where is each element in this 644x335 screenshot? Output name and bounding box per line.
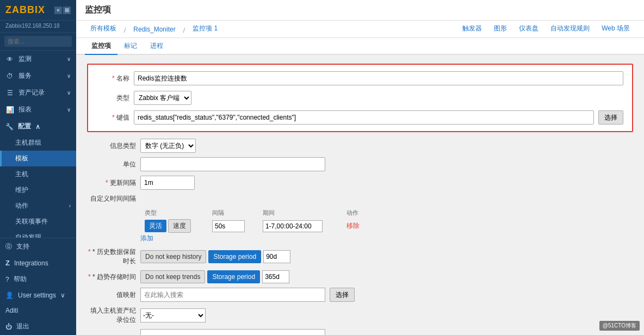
form-select-type[interactable]: Zabbix 客户端 <box>134 91 191 105</box>
time-add-btn[interactable]: 添加 <box>140 234 153 243</box>
tab-auto-discover[interactable]: 自动发现规则 <box>545 21 595 38</box>
sidebar-sub-maintain[interactable]: 维护 <box>0 182 76 198</box>
integrations-icon: Z <box>5 259 10 267</box>
valuemap-select-btn[interactable]: 选择 <box>330 288 355 302</box>
sidebar-item-monitor[interactable]: 👁 监测 ∨ <box>0 51 76 67</box>
tab-web[interactable]: Web 场景 <box>596 21 635 38</box>
chevron-service-icon: ∨ <box>67 73 71 79</box>
btn-sudu[interactable]: 速度 <box>168 219 191 233</box>
form-label-key: 键值 <box>97 113 129 122</box>
col-header-period: 期间 <box>258 208 342 218</box>
col-header-type: 类型 <box>140 208 208 218</box>
sidebar-user-settings[interactable]: 👤 User settings ∨ <box>0 288 76 303</box>
sidebar-item-integrations[interactable]: Z Integrations <box>0 255 76 271</box>
sidebar-aditi: Aditi <box>0 303 76 318</box>
form-row-info-type: 信息类型 数字 (无正负) <box>87 139 633 153</box>
sidebar-sub-label-maintain: 维护 <box>15 185 28 195</box>
valuemap-search-input[interactable] <box>140 288 325 302</box>
sidebar-logo: ZABBIX <box>5 4 45 16</box>
sidebar-header: ZABBIX « ⊞ <box>0 0 76 21</box>
tab-dashboard[interactable]: 仪表盘 <box>513 21 544 38</box>
breadcrumb-all-templates[interactable]: 所有模板 <box>85 21 122 38</box>
form-select-info-type[interactable]: 数字 (无正负) <box>140 139 196 153</box>
time-period-input[interactable] <box>263 220 323 232</box>
sidebar-sub-host[interactable]: 主机 <box>0 166 76 182</box>
form-label-unit: 单位 <box>87 160 136 169</box>
time-row-interval <box>208 218 258 234</box>
sidebar-sub-template[interactable]: 模板 <box>0 151 76 166</box>
form-label-info-type: 信息类型 <box>87 141 136 151</box>
btn-storage-period-trend[interactable]: Storage period <box>207 270 260 283</box>
report-icon: 📊 <box>5 106 14 114</box>
sidebar-sub-action[interactable]: 动作 › <box>0 198 76 214</box>
sidebar-sub-host-group[interactable]: 主机群组 <box>0 135 76 151</box>
sidebar-sub-auto-find[interactable]: 自动发现 <box>0 229 76 238</box>
form-row-fillhost: 填入主机资产纪录位位 -无- <box>87 306 633 325</box>
form-input-name[interactable] <box>134 71 623 85</box>
tab-chart[interactable]: 图形 <box>488 21 512 38</box>
sidebar-item-service[interactable]: ⏱ 服务 ∨ <box>0 67 76 84</box>
sidebar-item-config[interactable]: 🔧 配置 ∧ <box>0 118 76 135</box>
form-label-fillhost: 填入主机资产纪录位位 <box>87 306 136 325</box>
support-icon: ⓪ <box>5 242 12 251</box>
sidebar-item-help[interactable]: ? 帮助 <box>0 271 76 288</box>
sidebar-item-logout[interactable]: ⏻ 退出 <box>0 318 76 335</box>
monitor-icon: 👁 <box>5 55 14 63</box>
collapse-left-btn[interactable]: « <box>54 7 62 14</box>
form-input-key[interactable] <box>134 110 594 125</box>
assets-icon: ☰ <box>5 89 14 97</box>
sub-tab-process[interactable]: 进程 <box>144 38 170 55</box>
breadcrumb-monitor-item[interactable]: 监控项 1 <box>187 21 223 38</box>
form-label-custom-time: 自定义时间间隔 <box>87 194 136 203</box>
collapse-right-btn[interactable]: ⊞ <box>63 7 71 14</box>
col-header-action: 动作 <box>342 208 369 218</box>
trend-days-input[interactable] <box>262 270 289 283</box>
breadcrumb-redis-monitor[interactable]: Redis_Moniter <box>128 22 181 38</box>
form-row-interval: 更新间隔 <box>87 176 633 190</box>
aditi-label: Aditi <box>5 307 18 314</box>
time-row-action: 移除 <box>342 218 369 234</box>
fillhost-select[interactable]: -无- <box>140 308 206 322</box>
time-interval-input[interactable] <box>212 220 245 232</box>
form-row-history: * 历史数据保留时长 Do not keep history Storage p… <box>87 247 633 266</box>
btn-lingsuo[interactable]: 灵活 <box>145 220 166 232</box>
custom-time-header-row: 自定义时间间隔 <box>87 194 633 203</box>
btn-no-keep-history[interactable]: Do not keep history <box>140 250 206 263</box>
time-row-remove-btn[interactable]: 移除 <box>346 221 360 231</box>
chevron-assets-icon: ∨ <box>67 90 71 96</box>
sidebar-bottom-label-help: 帮助 <box>14 275 27 284</box>
watermark: @51CTO博客 <box>599 321 640 331</box>
time-table-row: 灵活 速度 移除 <box>140 218 369 234</box>
form-label-interval: 更新间隔 <box>87 178 136 188</box>
form-row-trend: * 趋势存储时间 Do not keep trends Storage peri… <box>87 270 633 283</box>
sidebar: ZABBIX « ⊞ Zabbix192.168.250.18 👁 监测 ∨ ⏱… <box>0 0 76 335</box>
sidebar-item-support[interactable]: ⓪ 支持 <box>0 238 76 255</box>
sidebar-item-report[interactable]: 📊 报表 ∨ <box>0 101 76 118</box>
sidebar-search-input[interactable] <box>4 36 72 47</box>
sidebar-item-label-report: 报表 <box>18 105 32 114</box>
form-input-unit[interactable] <box>140 157 325 171</box>
sidebar-search-area <box>0 33 76 51</box>
form-btn-select-key[interactable]: 选择 <box>598 110 623 125</box>
sub-tab-tag[interactable]: 标记 <box>117 38 144 55</box>
sub-tab-monitor[interactable]: 监控项 <box>85 38 117 55</box>
btn-no-keep-trend[interactable]: Do not keep trends <box>140 270 205 283</box>
chevron-monitor-icon: ∨ <box>67 56 71 62</box>
chevron-report-icon: ∨ <box>67 107 71 113</box>
chevron-config-icon: ∧ <box>35 123 40 131</box>
desc-textarea[interactable] <box>140 329 325 335</box>
time-row-type: 灵活 速度 <box>140 218 208 234</box>
sidebar-sub-relation[interactable]: 关联项事件 <box>0 214 76 229</box>
tab-trigger[interactable]: 触发器 <box>457 21 487 38</box>
history-days-input[interactable] <box>263 250 290 263</box>
form-input-interval[interactable] <box>140 176 195 190</box>
form-label-valuemap: 值映射 <box>87 290 136 300</box>
sidebar-item-label-monitor: 监测 <box>18 54 32 64</box>
sidebar-item-assets[interactable]: ☰ 资产记录 ∨ <box>0 84 76 101</box>
btn-storage-period-history[interactable]: Storage period <box>208 250 261 263</box>
sidebar-sub-label-auto-find: 自动发现 <box>15 233 41 238</box>
main-content: 监控项 所有模板 / Redis_Moniter / 监控项 1 触发器 图形 … <box>76 0 644 335</box>
custom-time-section: 自定义时间间隔 类型 间隔 期间 动作 灵活 速度 <box>87 194 633 243</box>
top-tabs: 所有模板 / Redis_Moniter / 监控项 1 触发器 图形 仪表盘 … <box>76 21 644 38</box>
form-row-valuemap: 值映射 选择 <box>87 288 633 302</box>
